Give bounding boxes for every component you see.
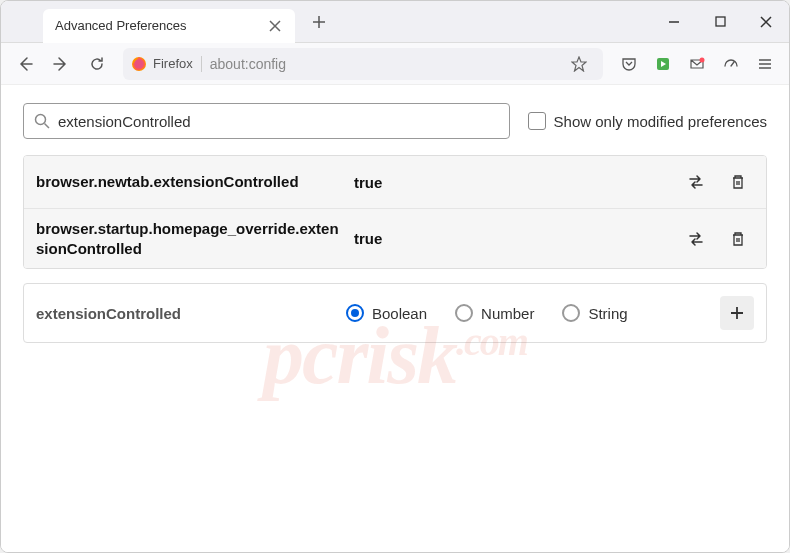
close-icon[interactable] (267, 18, 283, 34)
radio-label: String (588, 305, 627, 322)
radio-number[interactable]: Number (455, 304, 534, 322)
checkbox-icon[interactable] (528, 112, 546, 130)
search-icon (34, 113, 50, 129)
modified-only-checkbox-wrap[interactable]: Show only modified preferences (528, 112, 767, 130)
pocket-icon[interactable] (613, 48, 645, 80)
radio-label: Number (481, 305, 534, 322)
url-bar[interactable]: Firefox about:config (123, 48, 603, 80)
svg-point-5 (36, 115, 46, 125)
toolbar-icons (613, 48, 781, 80)
toggle-button[interactable] (680, 223, 712, 255)
radio-icon[interactable] (562, 304, 580, 322)
radio-string[interactable]: String (562, 304, 627, 322)
bookmark-star-icon[interactable] (571, 56, 595, 72)
dashboard-icon[interactable] (715, 48, 747, 80)
titlebar: Advanced Preferences (1, 1, 789, 43)
search-box[interactable] (23, 103, 510, 139)
search-row: Show only modified preferences (23, 103, 767, 139)
svg-point-4 (700, 57, 705, 62)
forward-button[interactable] (45, 48, 77, 80)
new-tab-button[interactable] (305, 8, 333, 36)
nav-toolbar: Firefox about:config (1, 43, 789, 85)
delete-button[interactable] (722, 223, 754, 255)
back-button[interactable] (9, 48, 41, 80)
add-button[interactable] (720, 296, 754, 330)
tab-title: Advanced Preferences (55, 18, 187, 33)
type-radio-group: Boolean Number String (346, 304, 720, 322)
content-area: Show only modified preferences browser.n… (1, 85, 789, 552)
radio-icon[interactable] (346, 304, 364, 322)
browser-window: Advanced Preferences (0, 0, 790, 553)
radio-boolean[interactable]: Boolean (346, 304, 427, 322)
pref-row: browser.newtab.extensionControlled true (24, 156, 766, 209)
pref-actions (680, 223, 754, 255)
checkbox-label: Show only modified preferences (554, 113, 767, 130)
menu-button[interactable] (749, 48, 781, 80)
search-input[interactable] (58, 113, 499, 130)
url-text: about:config (210, 56, 286, 72)
pref-value: true (346, 174, 680, 191)
maximize-button[interactable] (697, 1, 743, 43)
mail-icon[interactable] (681, 48, 713, 80)
radio-icon[interactable] (455, 304, 473, 322)
delete-button[interactable] (722, 166, 754, 198)
toggle-button[interactable] (680, 166, 712, 198)
pref-name: browser.startup.homepage_override.extens… (36, 219, 346, 258)
radio-label: Boolean (372, 305, 427, 322)
identity-label: Firefox (153, 56, 193, 71)
identity-box[interactable]: Firefox (131, 56, 202, 72)
browser-tab[interactable]: Advanced Preferences (43, 9, 295, 43)
new-pref-row: extensionControlled Boolean Number Strin… (23, 283, 767, 343)
pref-row: browser.startup.homepage_override.extens… (24, 209, 766, 268)
window-controls (651, 1, 789, 43)
pref-name: browser.newtab.extensionControlled (36, 172, 346, 192)
pref-actions (680, 166, 754, 198)
svg-rect-0 (716, 17, 725, 26)
extension-icon[interactable] (647, 48, 679, 80)
minimize-button[interactable] (651, 1, 697, 43)
firefox-icon (131, 56, 147, 72)
pref-value: true (346, 230, 680, 247)
close-window-button[interactable] (743, 1, 789, 43)
preferences-table: browser.newtab.extensionControlled true … (23, 155, 767, 269)
new-pref-name: extensionControlled (36, 305, 346, 322)
reload-button[interactable] (81, 48, 113, 80)
